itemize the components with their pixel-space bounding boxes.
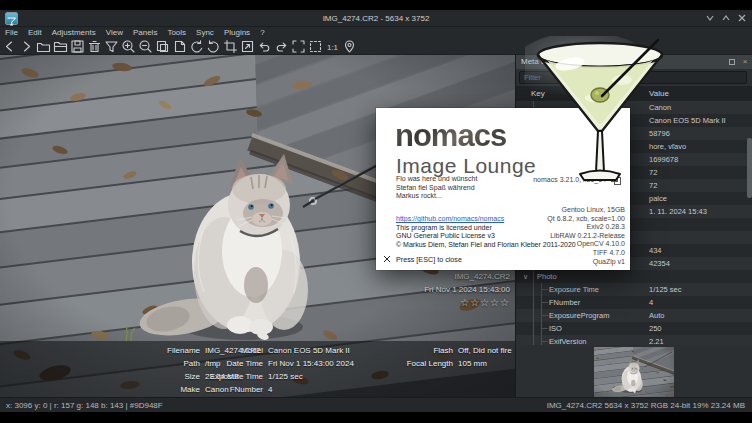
undo-icon[interactable]	[257, 39, 272, 54]
window-title: IMG_4274.CR2 - 5634 x 3752	[0, 10, 752, 27]
metadata-value: 4	[649, 296, 653, 309]
file-info-value: 4	[268, 385, 272, 394]
system-info-line: Gentoo Linux, 15GB	[547, 206, 625, 215]
tree-branch-tick	[541, 328, 548, 329]
frameless-icon[interactable]	[308, 39, 323, 54]
metadata-key: ISO	[549, 322, 562, 335]
menu-item-edit[interactable]: Edit	[23, 27, 47, 38]
save-icon[interactable]	[70, 39, 85, 54]
metadata-key: ExifVersion	[549, 335, 587, 345]
menu-item-plugins[interactable]: Plugins	[219, 27, 255, 38]
metadata-value: 1. 11. 2024 15:43	[649, 205, 707, 218]
previous-icon[interactable]	[2, 39, 17, 54]
license-line: GNU General Public License v3	[396, 232, 576, 241]
file-info-label: Make	[0, 383, 200, 396]
menu-item-help[interactable]: ?	[255, 27, 269, 38]
file-info-row: Focal Length105 mm	[330, 357, 512, 370]
file-info-label: Date Time	[205, 357, 263, 370]
chevron-up-icon	[721, 13, 731, 23]
section-collapse-chevron-icon[interactable]: ∨	[523, 270, 528, 283]
file-rating-overlay: IMG_4274.CR2 Fri Nov 1 2024 15:43:00 ☆☆☆…	[424, 270, 510, 309]
menu-item-adjustments[interactable]: Adjustments	[47, 27, 101, 38]
actual-size-icon[interactable]: 1:1	[325, 39, 340, 54]
file-info-value: 1/125 sec	[268, 372, 303, 381]
metadata-value: 1/125 sec	[649, 283, 682, 296]
tree-branch-tick	[541, 315, 548, 316]
overview-thumbnail	[594, 347, 674, 397]
overlay-datetime: Fri Nov 1 2024 15:43:00	[424, 283, 510, 296]
file-info-label: FNumber	[205, 383, 263, 396]
paste-icon[interactable]	[172, 39, 187, 54]
titlebar[interactable]: IMG_4274.CR2 - 5634 x 3752	[0, 10, 752, 27]
dialog-close-icon[interactable]	[383, 255, 391, 265]
metadata-row[interactable]: ExifVersion2.21	[516, 335, 752, 345]
martini-glass-graphic	[525, 36, 675, 186]
metadata-row[interactable]: ExposureProgramAuto	[516, 309, 752, 322]
file-info-label: Size	[0, 370, 200, 383]
overview-thumbnail-panel	[516, 345, 752, 397]
metadata-value: 2.21	[649, 335, 664, 345]
tree-guide-line	[541, 283, 542, 345]
section-label: Photo	[537, 270, 557, 283]
greeting-text: Flo was here und wünschtStefan fiel Spaß…	[396, 175, 477, 201]
file-info-label: Model	[205, 344, 263, 357]
metadata-row[interactable]: FNumber4	[516, 296, 752, 309]
file-info-label: Exposure Time	[205, 370, 263, 383]
greeting-line: Flo was here und wünscht	[396, 175, 477, 184]
minimize-button[interactable]	[705, 13, 715, 23]
resize-icon[interactable]	[240, 39, 255, 54]
rating-stars[interactable]: ☆☆☆☆☆	[424, 296, 510, 309]
close-button[interactable]	[737, 13, 747, 23]
close-icon	[737, 13, 747, 23]
statusbar: x: 3096 y: 0 | r: 157 g: 148 b: 143 | #9…	[0, 397, 752, 412]
license-line: This program is licensed under	[396, 224, 576, 233]
file-info-row: FNumber4	[205, 383, 354, 396]
menu-item-panels[interactable]: Panels	[128, 27, 162, 38]
file-info-value: Off, Did not fire	[458, 346, 512, 355]
metadata-key: FNumber	[549, 296, 580, 309]
metadata-row[interactable]: ISO250	[516, 322, 752, 335]
tree-branch-tick	[541, 302, 548, 303]
menu-item-tools[interactable]: Tools	[162, 27, 191, 38]
metadata-scrollbar-thumb[interactable]	[747, 138, 752, 198]
tree-branch-tick	[541, 341, 548, 342]
rotate-ccw-icon[interactable]	[189, 39, 204, 54]
system-info-line: TIFF 4.7.0	[547, 249, 625, 258]
panel-close-button[interactable]: ×	[741, 58, 749, 66]
map-pin-icon[interactable]	[342, 39, 357, 54]
system-info-line: QuaZip v1	[547, 258, 625, 267]
license-block: https://github.com/nomacs/nomacsThis pro…	[396, 215, 576, 249]
crop-icon[interactable]	[223, 39, 238, 54]
svg-text:1:1: 1:1	[327, 42, 339, 51]
filter-icon[interactable]	[104, 39, 119, 54]
greeting-line: Markus rockt...	[396, 192, 477, 201]
redo-icon[interactable]	[274, 39, 289, 54]
open-file-icon[interactable]	[36, 39, 51, 54]
metadata-value: 42354	[649, 257, 670, 270]
file-info-overlay: FilenameIMG_4274.CR2Path/tmpSize23.24 MB…	[0, 341, 515, 397]
zoom-in-icon[interactable]	[121, 39, 136, 54]
file-info-row: Exposure Time1/125 sec	[205, 370, 354, 383]
overlay-filename: IMG_4274.CR2	[424, 270, 510, 283]
open-folder-icon[interactable]	[53, 39, 68, 54]
metadata-section-row[interactable]: ∨Photo	[516, 270, 752, 283]
tree-branch-tick	[541, 289, 548, 290]
file-info-value: 105 mm	[458, 359, 487, 368]
greeting-line: Stefan fiel Spaß während	[396, 184, 477, 193]
panel-float-button[interactable]	[729, 59, 735, 65]
fullscreen-icon[interactable]	[291, 39, 306, 54]
menu-item-view[interactable]: View	[101, 27, 128, 38]
license-line: © Markus Diem, Stefan Fiel and Florian K…	[396, 241, 576, 250]
metadata-row[interactable]: Exposure Time1/125 sec	[516, 283, 752, 296]
next-icon[interactable]	[19, 39, 34, 54]
menu-item-sync[interactable]: Sync	[191, 27, 219, 38]
github-link[interactable]: https://github.com/nomacs/nomacs	[396, 215, 576, 224]
copy-icon[interactable]	[155, 39, 170, 54]
maximize-button[interactable]	[721, 13, 731, 23]
zoom-out-icon[interactable]	[138, 39, 153, 54]
menu-item-file[interactable]: File	[0, 27, 23, 38]
trash-icon[interactable]	[87, 39, 102, 54]
metadata-value: 434	[649, 244, 662, 257]
rotate-cw-icon[interactable]	[206, 39, 221, 54]
desktop: IMG_4274.CR2 - 5634 x 3752 FileEditAdjus…	[0, 0, 752, 423]
